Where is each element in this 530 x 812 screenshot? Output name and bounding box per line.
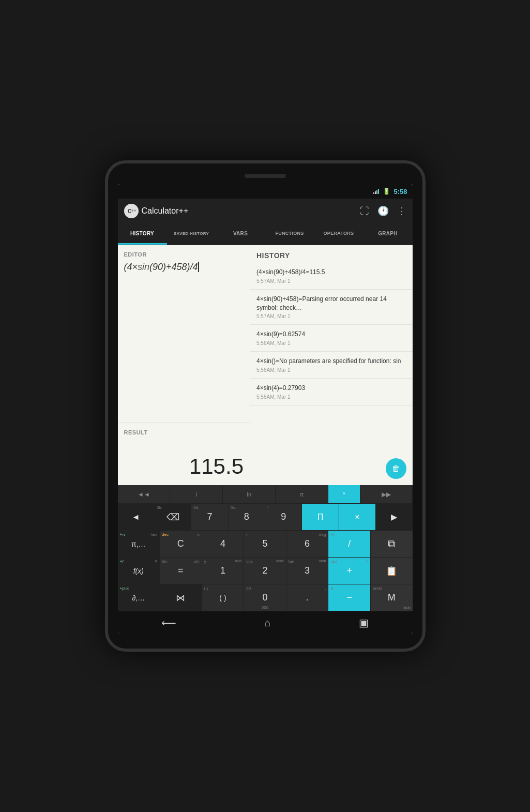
key-5[interactable]: t 5 xyxy=(244,531,286,557)
key-2-label: 2 xyxy=(263,565,268,576)
battery-icon: 🔋 xyxy=(383,188,390,195)
editor-expression[interactable]: (4×sin(90)+458)/4​ xyxy=(124,261,244,274)
key-deriv[interactable]: +plot ∂,… xyxy=(118,584,160,611)
key-copy[interactable]: ⧉ xyxy=(371,531,413,557)
key-caret-top[interactable]: ^ xyxy=(328,485,360,503)
sub-comma: , xyxy=(325,586,326,591)
key-6[interactable]: deg 6 xyxy=(286,531,329,557)
key-4[interactable]: 4 xyxy=(202,531,245,557)
key-8[interactable]: 0x: 8 xyxy=(229,504,265,530)
key-pi-top[interactable]: π xyxy=(276,485,328,503)
sub-x: x xyxy=(198,532,200,537)
sub-tan: tan xyxy=(289,559,294,564)
home-button[interactable]: ⌂ xyxy=(264,617,270,629)
key-i[interactable]: i xyxy=(170,485,223,503)
more-menu-icon[interactable]: ⋮ xyxy=(397,205,406,217)
key-1[interactable]: y 1 asin xyxy=(202,558,245,584)
key-3[interactable]: tan 3 atan xyxy=(286,558,329,584)
key-equals[interactable]: bin = sin xyxy=(160,558,202,584)
editor-section: EDITOR (4×sin(90)+458)/4​ xyxy=(118,245,250,423)
left-pane: EDITOR (4×sin(90)+458)/4​ RESULT 115.5 xyxy=(118,245,251,485)
key-9[interactable]: ! 9 xyxy=(265,504,302,530)
history-time-2: 5:56AM, Mar 1 xyxy=(256,340,406,346)
key-c-label: C xyxy=(177,538,184,549)
key-ln[interactable]: ln xyxy=(223,485,276,503)
history-item-0[interactable]: (4×sin(90)+458)/4=115.5 5:57AM, Mar 1 xyxy=(250,263,413,290)
tab-history[interactable]: HISTORY xyxy=(118,223,167,245)
fullscreen-icon[interactable]: ⛶ xyxy=(360,206,369,217)
key-pi-product[interactable]: Π xyxy=(302,504,339,530)
app-header: C ++ Calculator++ ⛶ 🕐 ⋮ xyxy=(118,199,413,223)
key-0[interactable]: 00 0 000 xyxy=(244,584,286,611)
sub-plus-f: +f xyxy=(120,559,124,564)
history-time-0: 5:57AM, Mar 1 xyxy=(256,278,406,284)
tab-vars[interactable]: VARS xyxy=(216,223,265,245)
sub-00: 00 xyxy=(246,586,251,591)
key-0-label: 0 xyxy=(263,592,268,603)
key-5-label: 5 xyxy=(263,538,268,549)
key-forward[interactable]: ▶▶ xyxy=(360,485,413,503)
tab-bar: HISTORY SAVED HISTORY VARS FUNCTIONS OPE… xyxy=(118,223,413,245)
kb-row-3: +f f(x) ≡ bin = sin y 1 asin cos 2 a xyxy=(118,558,413,584)
history-item-3[interactable]: 4×sin()=No parameters are specified for … xyxy=(250,352,413,379)
key-plus[interactable]: rad + √ xyxy=(328,558,371,584)
sub-plus-pi: +π xyxy=(120,532,125,537)
key-7[interactable]: 0d: 7 xyxy=(191,504,228,530)
back-button[interactable]: ⟵ xyxy=(161,616,176,629)
main-content: EDITOR (4×sin(90)+458)/4​ RESULT 115.5 H… xyxy=(118,245,413,485)
status-icons: 🔋 xyxy=(373,188,390,195)
key-dot[interactable]: , . xyxy=(286,584,329,611)
key-9-label: 9 xyxy=(281,512,286,522)
history-time-4: 5:56AM, Mar 1 xyxy=(256,394,406,400)
key-clear[interactable]: dec C x xyxy=(160,531,202,557)
key-left-arrow[interactable]: ◄ xyxy=(118,504,155,530)
sub-sqrt: √ xyxy=(366,559,368,564)
history-expr-2: 4×sin(9)=0.62574 xyxy=(256,330,406,339)
sub-deg: deg xyxy=(319,532,326,537)
sub-bin: bin xyxy=(162,559,168,564)
kb-row-1: ◄ 0b: ⌫ 0d: 7 0x: 8 ! 9 Π × xyxy=(118,504,413,531)
key-right-arrow[interactable]: ▶ xyxy=(376,504,412,530)
history-expr-1: 4×sin(90)+458)=Parsing error occurred ne… xyxy=(256,295,406,312)
sub-undo: undo xyxy=(373,586,382,591)
key-pi-etc[interactable]: +π π,… hex xyxy=(118,531,160,557)
key-parens[interactable]: (.) ( ) xyxy=(202,584,245,611)
key-plus-label: + xyxy=(346,565,352,576)
history-item-2[interactable]: 4×sin(9)=0.62574 5:56AM, Mar 1 xyxy=(250,325,413,352)
key-backspace[interactable]: 0b: ⌫ xyxy=(155,504,191,530)
history-item-4[interactable]: 4×sin(4)=0.27903 5:56AM, Mar 1 xyxy=(250,379,413,405)
key-divide[interactable]: % / xyxy=(328,531,371,557)
key-paste[interactable]: 📋 xyxy=(371,558,413,584)
key-multiply[interactable]: × xyxy=(339,504,376,530)
history-time-3: 5:56AM, Mar 1 xyxy=(256,367,406,373)
svg-text:++: ++ xyxy=(131,208,137,213)
key-pi-label: π,… xyxy=(131,540,146,548)
tab-saved-history[interactable]: SAVED HISTORY xyxy=(167,223,216,245)
result-section: RESULT 115.5 xyxy=(118,423,250,485)
tab-operators[interactable]: OPERATORS xyxy=(314,223,364,245)
key-2[interactable]: cos 2 acos xyxy=(244,558,286,584)
delete-history-button[interactable]: 🗑 xyxy=(386,458,406,479)
key-function[interactable]: +f f(x) ≡ xyxy=(118,558,160,584)
key-minus[interactable]: E − xyxy=(328,584,371,611)
tab-functions[interactable]: FUNCTIONS xyxy=(265,223,314,245)
key-7-label: 7 xyxy=(207,512,212,522)
key-rewind[interactable]: ◄◄ xyxy=(118,485,171,503)
history-pane[interactable]: HISTORY (4×sin(90)+458)/4=115.5 5:57AM, … xyxy=(250,245,413,485)
history-icon[interactable]: 🕐 xyxy=(377,205,389,217)
editor-label: EDITOR xyxy=(124,251,244,258)
history-item-1[interactable]: 4×sin(90)+458)=Parsing error occurred ne… xyxy=(250,290,413,325)
key-parens-label: ( ) xyxy=(219,594,226,602)
sub-equiv: ≡ xyxy=(155,559,157,564)
nav-bar: ⟵ ⌂ ▣ xyxy=(118,611,413,634)
result-label: RESULT xyxy=(124,429,244,435)
key-4-label: 4 xyxy=(220,538,225,549)
tab-graph[interactable]: GRAPH xyxy=(364,223,413,245)
sub-parens-dot: (.) xyxy=(204,586,208,591)
sub-excl: ! xyxy=(267,505,268,510)
recents-button[interactable]: ▣ xyxy=(359,616,369,629)
history-time-1: 5:57AM, Mar 1 xyxy=(256,313,406,319)
key-share[interactable]: ⋈ xyxy=(160,584,202,611)
backspace-icon: ⌫ xyxy=(166,512,179,523)
key-memory[interactable]: undo M redo xyxy=(371,584,413,611)
